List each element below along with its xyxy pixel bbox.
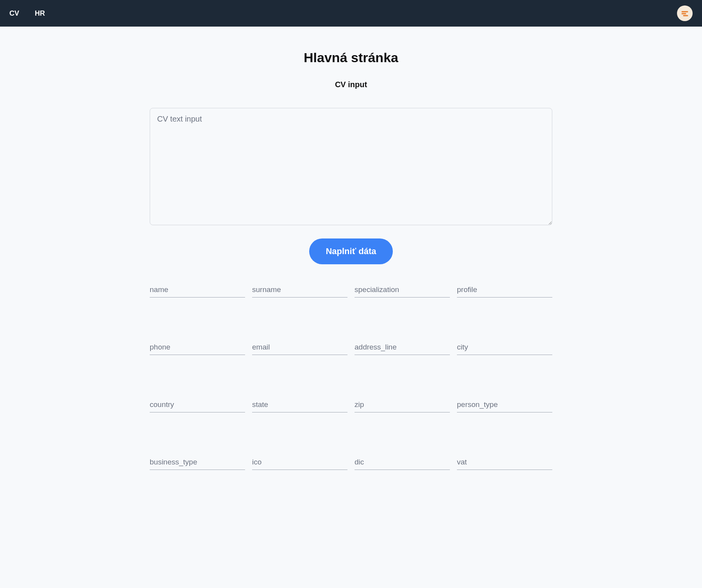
cv-text-input[interactable]: [150, 108, 552, 225]
phone-field[interactable]: [150, 341, 245, 355]
fill-data-button[interactable]: Naplniť dáta: [309, 238, 392, 264]
vat-field[interactable]: [457, 455, 552, 470]
nav-link-hr[interactable]: HR: [35, 9, 45, 18]
profile-field[interactable]: [457, 283, 552, 298]
city-field[interactable]: [457, 341, 552, 355]
nav-left: CV HR: [9, 9, 45, 18]
navbar: CV HR: [0, 0, 702, 27]
fields-grid: [150, 283, 552, 470]
name-field[interactable]: [150, 283, 245, 298]
state-field[interactable]: [252, 398, 347, 412]
person-type-field[interactable]: [457, 398, 552, 412]
avatar[interactable]: [677, 5, 693, 21]
email-field[interactable]: [252, 341, 347, 355]
main-container: Hlavná stránka CV input Naplniť dáta: [146, 50, 556, 493]
country-field[interactable]: [150, 398, 245, 412]
button-row: Naplniť dáta: [150, 238, 552, 264]
zip-field[interactable]: [355, 398, 450, 412]
ico-field[interactable]: [252, 455, 347, 470]
surname-field[interactable]: [252, 283, 347, 298]
textarea-wrap: [150, 108, 552, 227]
page-title: Hlavná stránka: [150, 50, 552, 65]
section-subtitle: CV input: [150, 80, 552, 89]
address-line-field[interactable]: [355, 341, 450, 355]
dic-field[interactable]: [355, 455, 450, 470]
specialization-field[interactable]: [355, 283, 450, 298]
business-type-field[interactable]: [150, 455, 245, 470]
avatar-icon: [680, 9, 689, 18]
nav-link-cv[interactable]: CV: [9, 9, 19, 18]
